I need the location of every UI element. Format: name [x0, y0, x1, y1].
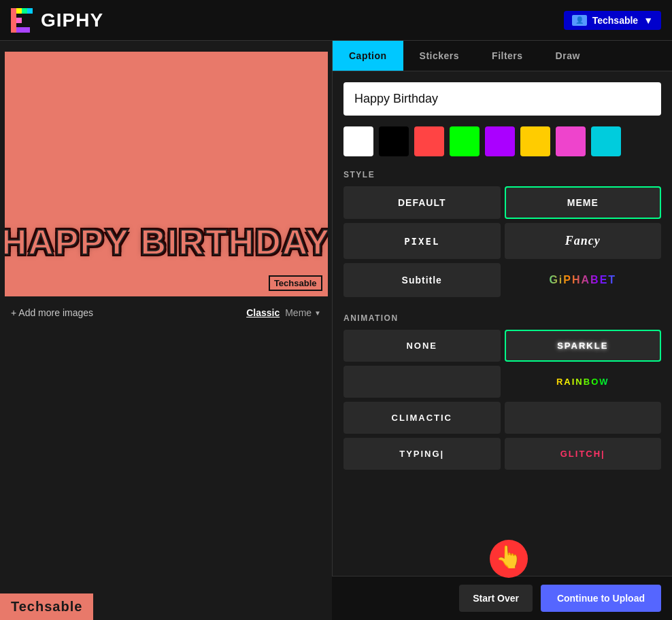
anim-empty1-button [343, 366, 501, 398]
giphy-logo-icon [11, 8, 35, 33]
anim-typing-button[interactable]: TYPING| [343, 438, 501, 470]
color-swatch-green[interactable] [450, 126, 480, 156]
left-panel: HAPPY BIRTHDAY Techsable + Add more imag… [0, 41, 332, 620]
add-images-label: + Add more images [11, 307, 93, 318]
canvas-controls: + Add more images Classic Meme ▼ [0, 299, 332, 326]
svg-rect-3 [27, 8, 33, 14]
anim-rainbow-button[interactable]: RAINBOW [505, 366, 662, 398]
style-default-button[interactable]: DEFAULT [343, 186, 501, 219]
svg-rect-0 [11, 8, 16, 33]
tab-draw[interactable]: Draw [539, 41, 597, 71]
logo-area: GIPHY [11, 8, 103, 33]
anim-empty2-button [505, 402, 662, 434]
tab-filters[interactable]: Filters [475, 41, 539, 71]
tab-stickers[interactable]: Stickers [403, 41, 475, 71]
canvas-area: HAPPY BIRTHDAY Techsable [5, 52, 328, 296]
color-swatch-pink[interactable] [556, 126, 586, 156]
color-swatch-white[interactable] [343, 126, 373, 156]
add-images-button[interactable]: + Add more images [11, 307, 93, 318]
color-swatch-red[interactable] [414, 126, 444, 156]
panel-content: STYLE DEFAULT MEME PIXEL Fancy Subtitle … [333, 71, 672, 620]
anim-climactic-button[interactable]: CLIMACTIC [343, 402, 501, 434]
svg-rect-1 [16, 8, 22, 14]
canvas-text: HAPPY BIRTHDAY [5, 222, 328, 262]
header: GIPHY 👤 Techsable ▼ [0, 0, 672, 41]
user-dropdown-button[interactable]: 👤 Techsable ▼ [564, 11, 661, 30]
svg-rect-5 [16, 27, 30, 33]
meme-dropdown-arrow-icon: ▼ [314, 309, 321, 317]
color-swatch-black[interactable] [379, 126, 409, 156]
animation-section-label: ANIMATION [343, 313, 661, 323]
footer: Start Over Continue to Upload [332, 576, 672, 620]
bottom-brand: Techsable [0, 593, 93, 620]
anim-glitch-button[interactable]: GLITCH| [505, 438, 662, 470]
view-toggle: Classic Meme ▼ [246, 307, 321, 318]
svg-rect-4 [16, 18, 22, 23]
style-fancy-button[interactable]: Fancy [505, 223, 662, 259]
style-subtitle-button[interactable]: Subtitle [343, 263, 501, 297]
tab-caption[interactable]: Caption [333, 41, 403, 71]
anim-sparkle-button[interactable]: SPARKLE [505, 330, 662, 362]
start-over-button[interactable]: Start Over [459, 585, 533, 612]
watermark-label: Techsable [269, 275, 322, 291]
style-giphabet-button[interactable]: GiPHABET [505, 263, 662, 297]
continue-upload-button[interactable]: Continue to Upload [541, 585, 661, 612]
style-pixel-button[interactable]: PIXEL [343, 223, 501, 259]
caption-text-input[interactable] [343, 82, 661, 116]
user-name-label: Techsable [592, 15, 638, 26]
color-swatch-yellow[interactable] [520, 126, 550, 156]
dropdown-arrow-icon: ▼ [643, 15, 653, 26]
style-grid: DEFAULT MEME PIXEL Fancy Subtitle GiPHAB… [343, 186, 661, 297]
main-layout: HAPPY BIRTHDAY Techsable + Add more imag… [0, 41, 672, 620]
right-panel: Caption Stickers Filters Draw STYLE [332, 41, 672, 620]
color-swatches [343, 126, 661, 156]
logo-text: GIPHY [41, 10, 103, 31]
color-swatch-cyan[interactable] [591, 126, 621, 156]
tabs-bar: Caption Stickers Filters Draw [333, 41, 672, 71]
svg-rect-2 [22, 8, 27, 14]
avatar-icon: 👤 [572, 15, 587, 26]
color-swatch-purple[interactable] [485, 126, 515, 156]
animation-grid: NONE SPARKLE RAINBOW CLIMACTIC TYPING| G… [343, 330, 661, 470]
style-section-label: STYLE [343, 170, 661, 179]
style-meme-button[interactable]: MEME [505, 186, 662, 219]
view-classic-button[interactable]: Classic [246, 307, 280, 318]
view-meme-button[interactable]: Meme ▼ [285, 307, 321, 318]
anim-none-button[interactable]: NONE [343, 330, 501, 362]
